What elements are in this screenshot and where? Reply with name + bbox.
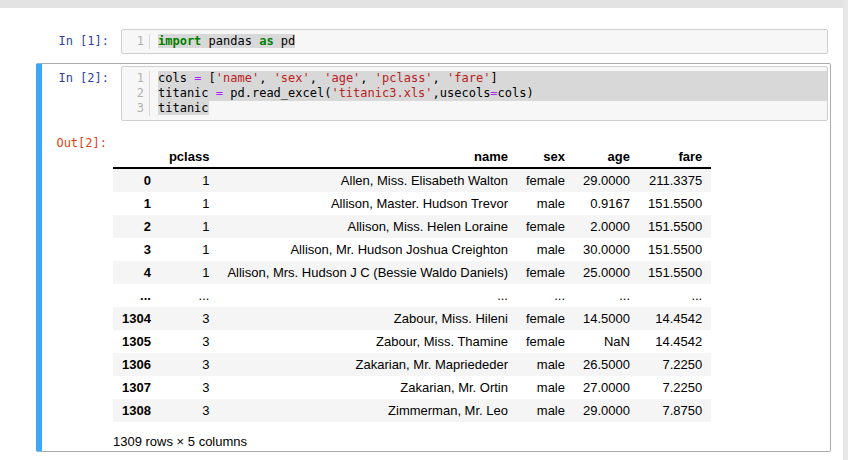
table-row: 21Allison, Miss. Helen Lorainefemale2.00… <box>113 215 711 238</box>
table-cell: 3 <box>160 307 218 330</box>
table-cell: 26.5000 <box>574 353 639 376</box>
table-cell: male <box>517 353 574 376</box>
code-token: , <box>259 71 273 85</box>
line-number: 1 <box>122 71 144 86</box>
table-cell: 151.5500 <box>639 261 711 284</box>
output-prompt-2: Out[2]: <box>42 126 113 151</box>
table-cell: female <box>517 168 574 192</box>
column-header-sex: sex <box>517 146 574 168</box>
code-line: titanic <box>158 101 827 116</box>
row-index: 4 <box>113 261 160 284</box>
output-area: pclassnamesexagefare01Allen, Miss. Elisa… <box>113 126 830 449</box>
table-cell: 3 <box>160 399 218 422</box>
table-cell: 29.0000 <box>574 168 639 192</box>
table-cell: Zimmerman, Mr. Leo <box>218 399 517 422</box>
code-line: cols = ['name', 'sex', 'age', 'pclass', … <box>158 71 827 86</box>
code-token-str: 'titanic3.xls' <box>331 86 432 100</box>
code-cell-1[interactable]: In [1]: 1 import pandas as pd <box>36 28 831 55</box>
table-cell: male <box>517 376 574 399</box>
code-token-str: 'sex' <box>274 71 310 85</box>
table-cell: 29.0000 <box>574 399 639 422</box>
table-cell: ... <box>639 284 711 307</box>
code-cell-2[interactable]: In [2]: 123 cols = ['name', 'sex', 'age'… <box>36 63 831 452</box>
code-token: cols <box>158 71 194 85</box>
code-token: , <box>433 71 447 85</box>
code-editor-2[interactable]: 123 cols = ['name', 'sex', 'age', 'pclas… <box>121 66 828 121</box>
index-column-header <box>113 146 160 168</box>
table-cell: 30.0000 <box>574 238 639 261</box>
code-token: cols) <box>498 86 534 100</box>
table-cell: 25.0000 <box>574 261 639 284</box>
input-row: In [2]: 123 cols = ['name', 'sex', 'age'… <box>42 66 830 124</box>
code-token-str: 'pclass' <box>375 71 433 85</box>
table-cell: 1 <box>160 261 218 284</box>
row-index: 1 <box>113 192 160 215</box>
table-cell: ... <box>517 284 574 307</box>
code-token-op: = <box>490 86 497 100</box>
input-prompt-1: In [1]: <box>42 29 121 49</box>
line-number-gutter: 123 <box>122 71 150 116</box>
output-row: Out[2]: pclassnamesexagefare01Allen, Mis… <box>42 126 830 452</box>
row-index: 1308 <box>113 399 160 422</box>
row-index: 2 <box>113 215 160 238</box>
table-cell: 1 <box>160 238 218 261</box>
column-header-pclass: pclass <box>160 146 218 168</box>
table-cell: Zakarian, Mr. Mapriededer <box>218 353 517 376</box>
table-cell: Zakarian, Mr. Ortin <box>218 376 517 399</box>
row-index: 0 <box>113 168 160 192</box>
row-index: 3 <box>113 238 160 261</box>
column-header-fare: fare <box>639 146 711 168</box>
table-cell: Zabour, Miss. Hileni <box>218 307 517 330</box>
row-index: ... <box>113 284 160 307</box>
table-cell: Allison, Miss. Helen Loraine <box>218 215 517 238</box>
dataframe-table: pclassnamesexagefare01Allen, Miss. Elisa… <box>113 146 711 422</box>
table-row: 11Allison, Master. Hudson Trevormale0.91… <box>113 192 711 215</box>
table-cell: 14.4542 <box>639 330 711 353</box>
table-cell: female <box>517 330 574 353</box>
code-token: titanic <box>158 86 216 100</box>
table-cell: Allison, Mrs. Hudson J C (Bessie Waldo D… <box>218 261 517 284</box>
table-row: 01Allen, Miss. Elisabeth Waltonfemale29.… <box>113 168 711 192</box>
table-cell: 3 <box>160 330 218 353</box>
code-token: ] <box>490 71 497 85</box>
code-token: pd.read_excel( <box>223 86 331 100</box>
code-token-op: = <box>216 86 223 100</box>
notebook: In [1]: 1 import pandas as pd In [2]: 12… <box>0 8 843 452</box>
row-index: 1307 <box>113 376 160 399</box>
code-lines: import pandas as pd <box>150 34 827 49</box>
code-token: , <box>310 71 324 85</box>
table-cell: Allison, Mr. Hudson Joshua Creighton <box>218 238 517 261</box>
table-cell: 3 <box>160 353 218 376</box>
row-index: 1306 <box>113 353 160 376</box>
table-cell: 1 <box>160 168 218 192</box>
table-cell: Zabour, Miss. Thamine <box>218 330 517 353</box>
table-cell: male <box>517 192 574 215</box>
table-cell: 0.9167 <box>574 192 639 215</box>
input-row: In [1]: 1 import pandas as pd <box>42 29 830 54</box>
table-cell: 151.5500 <box>639 215 711 238</box>
code-editor-1[interactable]: 1 import pandas as pd <box>121 29 828 54</box>
code-lines: cols = ['name', 'sex', 'age', 'pclass', … <box>150 71 827 116</box>
code-token-kw: as <box>259 34 273 48</box>
column-header-name: name <box>218 146 517 168</box>
line-number-gutter: 1 <box>122 34 150 49</box>
table-cell: 27.0000 <box>574 376 639 399</box>
table-cell: ... <box>160 284 218 307</box>
input-prompt-2: In [2]: <box>42 66 121 86</box>
table-cell: 1 <box>160 215 218 238</box>
table-row: 13063Zakarian, Mr. Mapriededermale26.500… <box>113 353 711 376</box>
table-cell: female <box>517 307 574 330</box>
table-cell: female <box>517 215 574 238</box>
table-cell: NaN <box>574 330 639 353</box>
table-row: .................. <box>113 284 711 307</box>
table-cell: 1 <box>160 192 218 215</box>
table-cell: 151.5500 <box>639 238 711 261</box>
table-cell: 2.0000 <box>574 215 639 238</box>
table-cell: 7.2250 <box>639 353 711 376</box>
table-cell: 14.5000 <box>574 307 639 330</box>
table-cell: 151.5500 <box>639 192 711 215</box>
table-cell: 7.2250 <box>639 376 711 399</box>
table-cell: female <box>517 261 574 284</box>
table-header-row: pclassnamesexagefare <box>113 146 711 168</box>
table-row: 41Allison, Mrs. Hudson J C (Bessie Waldo… <box>113 261 711 284</box>
